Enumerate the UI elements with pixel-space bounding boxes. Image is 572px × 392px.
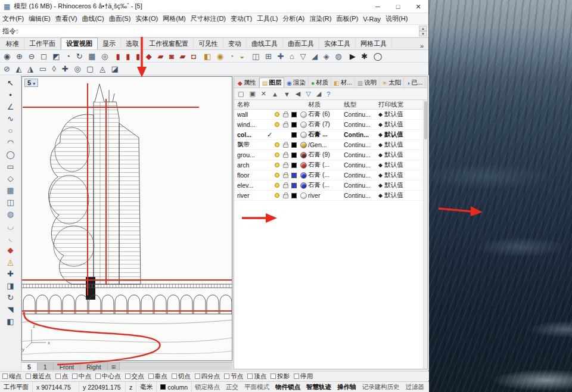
menu-mesh[interactable]: 网格(M) [160,14,188,23]
viewport-title-dropdown[interactable]: 5 ▾ [24,79,38,87]
osnap-knot[interactable]: 节点 [224,372,243,381]
layer-color-swatch[interactable] [291,153,297,158]
osnap-perpendicular[interactable]: 垂点 [148,372,167,381]
move-down-icon[interactable]: ▼ [284,91,290,98]
move-tool-icon[interactable]: ✚ [4,268,18,280]
selection-arrow-icons[interactable]: ▶ ✱ ◯ [350,52,384,61]
polygon-tool-icon[interactable]: ◇ [4,173,18,185]
osnap-checkbox[interactable] [195,374,200,379]
layer-lock-icon[interactable] [283,194,288,198]
menu-analyze[interactable]: 分析(A) [281,14,307,23]
osnap-disable[interactable]: 停用 [294,372,313,381]
layer-row-column-current[interactable]: col...✓ 石膏 ...Contin... ◆默认值 [234,130,427,140]
layer-color-swatch[interactable] [291,163,297,168]
viewport-5[interactable]: 5 ▾ [21,76,232,361]
tab-curve-tools[interactable]: 曲线工具 [247,38,283,49]
layer-visibility-bulb[interactable] [275,173,279,178]
tab-transform[interactable]: 变动 [223,38,247,49]
toggle-record-history[interactable]: 记录建构历史 [359,383,403,391]
panel-tab-sun[interactable]: ☀太阳 [380,78,404,88]
new-sublayer-icon[interactable]: ▣ [249,90,255,98]
tab-viewport-layout[interactable]: 工作视窗配置 [144,38,194,49]
menu-surface[interactable]: 曲面(S) [107,14,133,23]
cplane-button[interactable]: 工作平面 [0,382,33,392]
toggle-grid-snap[interactable]: 锁定格点 [192,383,223,391]
arc-tool-icon[interactable]: ◠ [4,137,18,149]
menu-vray[interactable]: V-Ray [360,15,383,23]
layer-color-swatch[interactable] [291,112,297,117]
drafting-tools-icons[interactable]: ⊘ ◭ ◮ ▭ ◊ ✚ ◎ ▢ ◬ ◪ [4,64,120,73]
tab-visibility[interactable]: 可见性 [194,38,223,49]
layer-visibility-bulb[interactable] [275,153,279,157]
viewport-tab-front[interactable]: Front [54,363,81,371]
fillet-tool-icon[interactable]: ◟ [4,232,18,244]
menu-file[interactable]: 文件(F) [0,14,26,23]
tab-solid-tools[interactable]: 实体工具 [319,38,356,49]
osnap-mid[interactable]: 中点 [72,372,91,381]
osnap-checkbox[interactable] [72,374,77,379]
material-preview-ball[interactable] [300,122,307,128]
scale-tool-icon[interactable]: ◥ [4,304,18,316]
menu-help[interactable]: 说明(H) [383,14,410,23]
layer-lock-icon[interactable] [283,174,288,178]
panel-tab-material-editor[interactable]: ◧材... [331,78,355,88]
tab-mesh-tools[interactable]: 网格工具 [356,38,392,49]
camera-tools-icons[interactable]: ◧ ◉ ◔ ◒ [204,52,246,61]
osnap-checkbox[interactable] [2,374,8,379]
osnap-checkbox[interactable] [271,374,276,379]
help-icon[interactable]: ? [327,91,330,98]
menu-curve[interactable]: 曲线(C) [79,14,106,23]
layer-lock-icon[interactable] [283,113,288,117]
material-preview-ball[interactable] [300,192,307,199]
layer-row-floor[interactable]: floor 石膏 (...Continu... ◆默认值 [234,170,427,181]
osnap-project[interactable]: 投影 [271,372,290,381]
layer-color-swatch[interactable] [291,193,297,198]
panel-tab-properties[interactable]: ◆属性 [235,78,259,88]
osnap-checkbox[interactable] [247,374,253,379]
panel-tab-notes[interactable]: ▥说明 [355,78,380,88]
current-layer-chip[interactable]: column [157,382,192,392]
layer-color-swatch[interactable] [291,122,297,127]
material-preview-ball[interactable] [300,182,307,189]
osnap-point[interactable]: 点 [55,372,69,381]
tab-surface-tools[interactable]: 曲面工具 [283,38,319,49]
panel-tab-named-views[interactable]: ◑已... [404,78,425,88]
osnap-near[interactable]: 最近点 [26,372,51,381]
close-button[interactable]: ✕ [408,0,428,13]
layer-lock-icon[interactable] [283,144,288,148]
layer-row-ribbon[interactable]: 飘带 /Gen...Continu... ◆默认值 [234,140,427,150]
misc-tools-icons[interactable]: ◫ ⊞ ✚ ⌂ ▽ ◢ ◈ ◍ [252,52,344,61]
polyline-tool-icon[interactable]: ∠ [4,101,18,113]
mirror-tool-icon[interactable]: ◧ [4,316,18,328]
tab-overflow-chevron[interactable]: » [415,42,428,49]
osnap-center[interactable]: 中心点 [95,372,121,381]
toggle-smarttrack[interactable]: 智慧轨迹 [303,383,334,391]
new-viewport-tab[interactable]: ⊞ [108,363,120,371]
spin-up-icon[interactable]: ▴ [419,26,427,31]
viewport-tab-5[interactable]: 5 [21,363,38,371]
menu-render[interactable]: 渲染(R) [307,14,334,23]
circle-tool-icon[interactable]: ○ [4,125,18,137]
viewport-tab-1[interactable]: 1 [38,363,54,371]
panel-tab-material[interactable]: ●材质 [309,78,331,88]
layer-row-wall[interactable]: wall 石膏 (6)Continu... ◆默认值 [234,110,427,120]
layer-row-elev[interactable]: elev... 石膏 (...Continu... ◆默认值 [234,181,427,191]
material-preview-ball[interactable] [300,172,307,179]
osnap-checkbox[interactable] [26,374,31,379]
menu-panels[interactable]: 面板(P) [334,14,360,23]
toggle-ortho[interactable]: 正交 [223,383,241,391]
menu-edit[interactable]: 编辑(E) [26,14,53,23]
layer-visibility-bulb[interactable] [275,193,279,198]
move-up-icon[interactable]: ▲ [272,91,278,98]
units-cell[interactable]: 毫米 [136,382,157,392]
copy-tool-icon[interactable]: ◨ [4,280,18,292]
material-tool-icon[interactable]: ◆ [4,244,18,256]
layer-row-river[interactable]: river riverContinu... ◆默认值 [234,191,427,201]
command-input[interactable] [18,25,419,37]
new-layer-icon[interactable]: ▢ [238,90,244,98]
point-tool-icon[interactable]: • [4,89,18,101]
rotate-tool-icon[interactable]: ↻ [4,292,18,304]
layer-visibility-bulb[interactable] [275,163,279,167]
layer-lock-icon[interactable] [283,154,288,158]
material-preview-ball[interactable] [300,162,307,169]
